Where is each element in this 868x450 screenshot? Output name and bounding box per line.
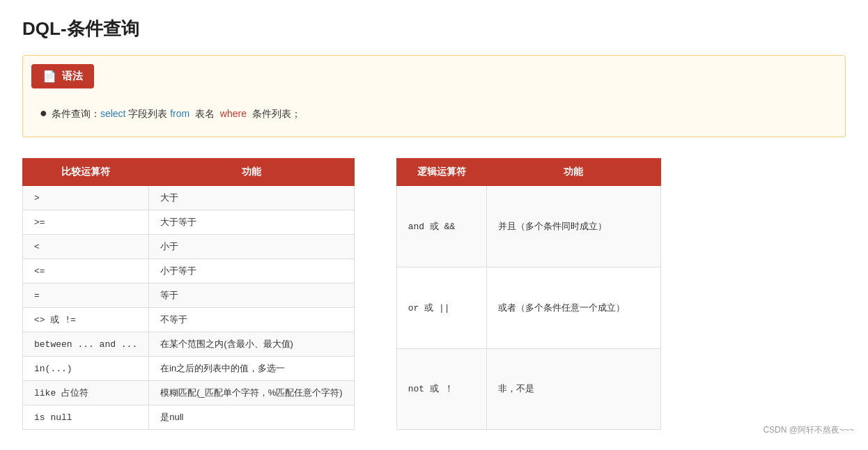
- table-row: like 占位符模糊匹配(_匹配单个字符，%匹配任意个字符): [23, 381, 355, 405]
- watermark: CSDN @阿轩不熬夜~~~: [763, 424, 854, 436]
- table-row: between ... and ...在某个范围之内(含最小、最大值): [23, 332, 355, 357]
- comparison-desc: 不等于: [149, 308, 354, 332]
- kw-select: select: [100, 108, 126, 119]
- logical-desc: 非，不是: [486, 348, 660, 430]
- table-row: >=大于等于: [23, 210, 355, 235]
- comparison-desc: 大于: [149, 186, 354, 210]
- comparison-op: <=: [23, 259, 149, 284]
- table-row: and 或 &&并且（多个条件同时成立）: [396, 186, 660, 267]
- table-row: <=小于等于: [23, 259, 355, 284]
- table-row: =等于: [23, 284, 355, 308]
- comparison-table: 比较运算符 功能 >大于>=大于等于<小于<=小于等于=等于<> 或 !=不等于…: [22, 158, 355, 430]
- comparison-desc: 在某个范围之内(含最小、最大值): [149, 332, 354, 357]
- tables-container: 比较运算符 功能 >大于>=大于等于<小于<=小于等于=等于<> 或 !=不等于…: [22, 158, 846, 430]
- syntax-box: 📄 语法 ● 条件查询：select 字段列表 from 表名 where 条件…: [22, 55, 846, 137]
- comparison-op: =: [23, 284, 149, 308]
- comparison-desc: 在in之后的列表中的值，多选一: [149, 357, 354, 381]
- kw-from: from: [170, 108, 189, 119]
- comparison-op: is null: [23, 405, 149, 430]
- comparison-desc: 等于: [149, 284, 354, 308]
- logical-desc: 并且（多个条件同时成立）: [486, 186, 660, 267]
- logical-op: and 或 &&: [396, 186, 486, 267]
- table-row: <> 或 !=不等于: [23, 308, 355, 332]
- comparison-op: between ... and ...: [23, 332, 149, 357]
- doc-icon: 📄: [42, 70, 56, 83]
- syntax-header: 📄 语法: [31, 64, 94, 88]
- table-row: >大于: [23, 186, 355, 210]
- comparison-desc: 小于: [149, 235, 354, 259]
- page-title: DQL-条件查询: [22, 17, 846, 41]
- syntax-content: ● 条件查询：select 字段列表 from 表名 where 条件列表；: [23, 88, 845, 137]
- comparison-op: >: [23, 186, 149, 210]
- bullet: ●: [40, 107, 47, 119]
- table-row: or 或 ||或者（多个条件任意一个成立）: [396, 267, 660, 348]
- comparison-desc: 模糊匹配(_匹配单个字符，%匹配任意个字符): [149, 381, 354, 405]
- comparison-op: >=: [23, 210, 149, 235]
- comparison-op: in(...): [23, 357, 149, 381]
- logical-desc: 或者（多个条件任意一个成立）: [486, 267, 660, 348]
- comparison-col2-header: 功能: [149, 159, 354, 186]
- kw-where: where: [220, 108, 247, 119]
- table-row: in(...)在in之后的列表中的值，多选一: [23, 357, 355, 381]
- comparison-desc: 大于等于: [149, 210, 354, 235]
- comparison-desc: 小于等于: [149, 259, 354, 284]
- syntax-header-label: 语法: [62, 70, 83, 83]
- logical-op: or 或 ||: [396, 267, 486, 348]
- comparison-op: <> 或 !=: [23, 308, 149, 332]
- comparison-desc: 是null: [149, 405, 354, 430]
- table-row: is null是null: [23, 405, 355, 430]
- logical-op: not 或 ！: [396, 348, 486, 430]
- logical-table: 逻辑运算符 功能 and 或 &&并且（多个条件同时成立）or 或 ||或者（多…: [396, 158, 661, 430]
- table-row: not 或 ！非，不是: [396, 348, 660, 430]
- syntax-item: ● 条件查询：select 字段列表 from 表名 where 条件列表；: [40, 105, 828, 123]
- logical-col2-header: 功能: [486, 159, 660, 186]
- syntax-text: 条件查询：select 字段列表 from 表名 where 条件列表；: [52, 105, 301, 123]
- comparison-op: <: [23, 235, 149, 259]
- logical-col1-header: 逻辑运算符: [396, 159, 486, 186]
- table-row: <小于: [23, 235, 355, 259]
- comparison-op: like 占位符: [23, 381, 149, 405]
- comparison-col1-header: 比较运算符: [23, 159, 149, 186]
